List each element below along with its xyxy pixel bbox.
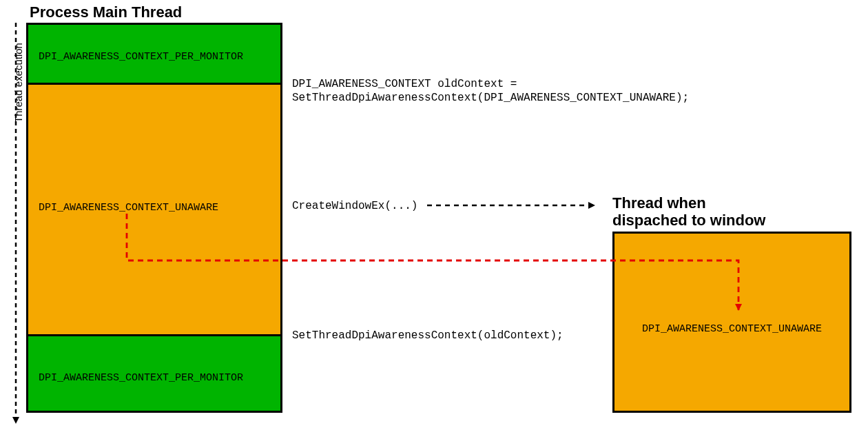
block-green-top: DPI_AWARENESS_CONTEXT_PER_MONITOR [26,23,282,85]
title-thread2-line2: dispached to window [612,212,765,229]
label-green-bottom: DPI_AWARENESS_CONTEXT_PER_MONITOR [39,372,243,384]
axis-label: Thread execution [12,43,24,123]
code-reset: SetThreadDpiAwarenessContext(oldContext)… [292,329,564,342]
code-line1: DPI_AWARENESS_CONTEXT oldContext = [292,78,517,90]
label-orange-main: DPI_AWARENESS_CONTEXT_UNAWARE [39,202,218,214]
code-createwindow: CreateWindowEx(...) [292,200,417,212]
label-orange-window: DPI_AWARENESS_CONTEXT_UNAWARE [642,323,822,335]
label-green-top: DPI_AWARENESS_CONTEXT_PER_MONITOR [39,51,243,63]
block-orange-main: DPI_AWARENESS_CONTEXT_UNAWARE [26,83,282,336]
title-thread2-line1: Thread when [612,194,706,212]
title-main-thread: Process Main Thread [30,3,182,21]
code-line2: SetThreadDpiAwarenessContext(DPI_AWARENE… [292,92,689,104]
block-orange-window: DPI_AWARENESS_CONTEXT_UNAWARE [612,232,851,413]
block-green-bottom: DPI_AWARENESS_CONTEXT_PER_MONITOR [26,334,282,413]
